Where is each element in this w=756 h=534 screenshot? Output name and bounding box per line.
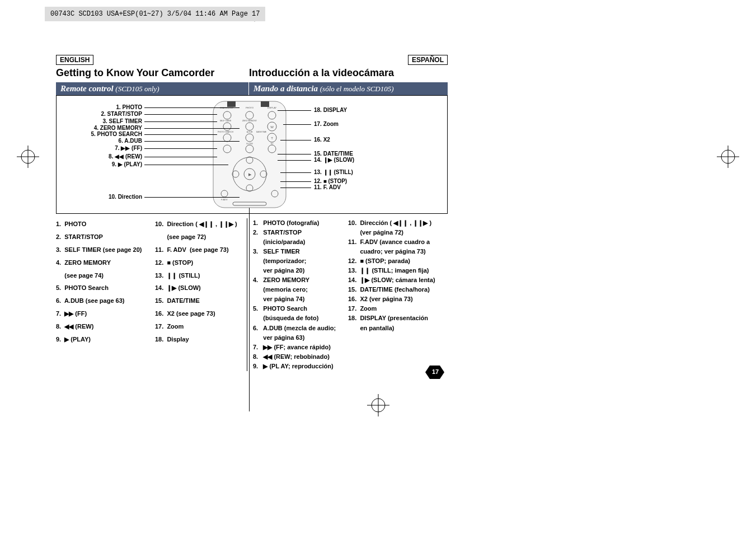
leader-line (144, 114, 217, 115)
diagram-label-slow: 14. ❙▶ (SLOW) (314, 157, 401, 163)
diagram-label-adub: 6. A.DUB (55, 138, 142, 144)
diagram-label-fadv: 11. F. ADV (314, 184, 401, 190)
svg-text:F.ADV: F.ADV (221, 198, 228, 201)
registration-mark-left (17, 146, 39, 168)
list-item: (inicio/parada) (253, 237, 348, 247)
list-item: 17. Zoom (155, 321, 242, 332)
diagram-label-zoom: 17. Zoom (314, 121, 401, 127)
list-item: 5. PHOTO Search (253, 304, 348, 313)
diagram-label-start-stop: 2. START/STOP (55, 111, 142, 117)
list-spanish-a: 1. PHOTO (fotografía)2. START/STOP (inic… (247, 218, 348, 371)
page-content: ENGLISH ESPAÑOL Getting to Know Your Cam… (56, 55, 448, 371)
leader-line (283, 124, 311, 125)
leader-line (278, 160, 311, 161)
list-item: 16. X2 (see page 73) (155, 308, 242, 320)
list-item: 14. ❙▶ (SLOW) (155, 282, 242, 294)
svg-text:PHOTO SEARCH: PHOTO SEARCH (218, 131, 233, 133)
list-item: 9. ▶ (PLAY) (56, 334, 155, 345)
list-item: ver página 63) (253, 333, 348, 343)
list-item: 18. Display (155, 334, 242, 345)
language-box-english: ENGLISH (56, 55, 93, 65)
diagram-label-display: 18. DISPLAY (314, 107, 401, 113)
list-item: 8. ◀◀ (REW) (56, 321, 155, 332)
list-item: (temporizador; (253, 256, 348, 266)
svg-text:DATE/TIME: DATE/TIME (256, 131, 267, 133)
svg-text:SELF TIMER: SELF TIMER (220, 120, 232, 122)
remote-control-diagram: START/STOP PHOTO DISPLAY W SELF TIMER ZE… (56, 95, 448, 214)
leader-line (144, 121, 217, 122)
list-item: 1. PHOTO (fotografía) (253, 218, 348, 228)
list-item: 18. DISPLAY (presentación (348, 313, 446, 323)
list-item: en pantalla) (348, 324, 446, 333)
svg-text:W: W (270, 125, 274, 129)
page-number-badge: 17 (425, 366, 444, 381)
registration-mark-bottom (367, 394, 389, 416)
svg-text:A.DUB: A.DUB (247, 131, 253, 133)
list-item: 6. A.DUB (mezcla de audio; (253, 324, 348, 333)
page-number: 17 (432, 368, 439, 375)
list-english-b: 10. Direction ( ◀❙❙ , ❙❙▶ ) (see page 72… (155, 218, 247, 371)
list-english-a: 1. PHOTO2. START/STOP3. SELF TIMER (see … (56, 218, 155, 371)
list-item: 15. DATE/TIME (155, 295, 242, 307)
svg-text:T: T (271, 137, 273, 140)
feature-lists: 1. PHOTO2. START/STOP3. SELF TIMER (see … (56, 218, 448, 371)
diagram-label-play: 9. ▶ (PLAY) (55, 161, 142, 167)
list-item: 11. F. ADV (see page 73) (155, 244, 242, 256)
list-item: 10. Direction ( ◀❙❙ , ❙❙▶ ) (155, 218, 242, 230)
leader-line (278, 154, 311, 154)
diagram-label-photo-search: 5. PHOTO SEARCH (55, 131, 142, 137)
leader-line (144, 107, 240, 108)
list-item: 16. X2 (ver página 73) (348, 294, 446, 304)
list-item: ver página 20) (253, 266, 348, 275)
leader-line (144, 141, 240, 142)
leader-line (280, 140, 311, 140)
list-item: 3. SELF TIMER (see page 20) (56, 244, 155, 256)
list-item: (see page 72) (155, 231, 242, 243)
list-item: cuadro; ver página 73) (348, 247, 446, 256)
list-item: 10. Dirección ( ◀❙❙ , ❙❙▶ ) (348, 218, 446, 228)
list-item: 5. PHOTO Search (56, 282, 155, 294)
registration-mark-right (717, 146, 739, 168)
list-item: (see page 74) (56, 270, 155, 282)
list-item: (memoria cero; (253, 285, 348, 294)
svg-text:SLOW: SLOW (246, 142, 253, 145)
diagram-label-rew: 8. ◀◀ (REW) (55, 153, 142, 160)
leader-line (144, 148, 217, 149)
list-item: 8. ◀◀ (REW; rebobinado) (253, 352, 348, 362)
svg-text:X2: X2 (271, 142, 274, 145)
svg-text:PHOTO: PHOTO (246, 106, 253, 109)
list-item: 13. ❙❙ (STILL; imagen fija) (348, 266, 446, 275)
list-item: 17. Zoom (348, 304, 446, 313)
list-item: 14. ❙▶ (SLOW; cámara lenta) (348, 275, 446, 285)
list-item: (ver página 72) (348, 228, 446, 237)
remote-control-illustration: START/STOP PHOTO DISPLAY W SELF TIMER ZE… (202, 99, 314, 210)
leader-line (144, 197, 240, 198)
leader-line (278, 110, 311, 111)
list-item: 6. A.DUB (see page 63) (56, 295, 155, 307)
list-item: (búsqueda de foto) (253, 313, 348, 323)
list-item: 12. ■ (STOP; parada) (348, 256, 446, 266)
list-item: 1. PHOTO (56, 218, 155, 230)
diagram-label-zero-memory: 4. ZERO MEMORY (55, 125, 142, 131)
leader-line (280, 181, 311, 182)
leader-line (280, 172, 311, 173)
leader-line (144, 165, 228, 165)
list-item: 13. ❙❙ (STILL) (155, 270, 242, 282)
list-item: 11. F.ADV (avance cuadro a (348, 237, 446, 247)
list-item: 7. ▶▶ (FF) (56, 308, 155, 320)
list-item: ver página 74) (253, 294, 348, 304)
list-spanish-b: 10. Dirección ( ◀❙❙ , ❙❙▶ ) (ver página … (348, 218, 446, 371)
leader-line (144, 128, 240, 129)
svg-text:DISPLAY: DISPLAY (267, 106, 277, 109)
list-item: 15. DATE/TIME (fecha/hora) (348, 285, 446, 294)
list-item: 4. ZERO MEMORY (56, 257, 155, 269)
page-title-english: Getting to Know Your Camcorder (56, 67, 249, 79)
list-item: 9. ▶ (PL AY; reproducción) (253, 362, 348, 371)
list-item: 2. START/STOP (56, 231, 155, 243)
section-heading-spanish: Mando a distancia (sólo el modelo SCD105… (249, 82, 448, 95)
diagram-label-photo: 1. PHOTO (55, 104, 142, 110)
diagram-label-datetime: 15. DATE/TIME (314, 151, 401, 157)
list-item: 4. ZERO MEMORY (253, 275, 348, 285)
diagram-label-ff: 7. ▶▶ (FF) (55, 145, 142, 151)
list-item: 3. SELF TIMER (253, 247, 348, 256)
